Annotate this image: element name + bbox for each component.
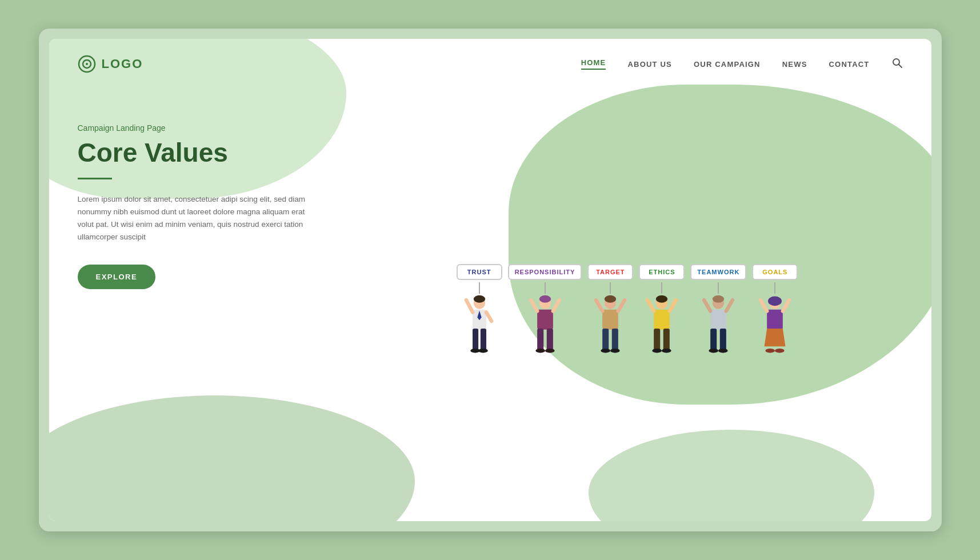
svg-line-37: [670, 300, 676, 311]
svg-point-16: [539, 295, 550, 303]
person-goals: [755, 294, 795, 362]
arm-ethics: [661, 282, 662, 294]
svg-rect-30: [612, 329, 618, 351]
logo-icon: [78, 55, 96, 73]
hero-left: Campaign Landing Page Core Values Lorem …: [78, 101, 352, 289]
svg-point-41: [662, 349, 671, 353]
svg-rect-29: [602, 329, 609, 351]
arm-goals: [774, 282, 775, 294]
svg-line-19: [553, 300, 559, 311]
person-trust: [459, 294, 499, 362]
svg-point-49: [709, 349, 719, 353]
outer-frame: LOGO HOME ABOUT US OUR CAMPAIGN NEWS CON…: [39, 29, 942, 531]
svg-point-25: [605, 295, 616, 303]
hero-right: TRUST: [352, 101, 903, 514]
person-teamwork: [698, 294, 738, 362]
svg-point-40: [653, 349, 662, 353]
nav-contact[interactable]: CONTACT: [829, 60, 870, 69]
svg-rect-12: [481, 329, 486, 351]
svg-rect-44: [710, 310, 726, 330]
svg-point-2: [86, 63, 88, 65]
hero-body: Lorem ipsum dolor sit amet, consectetuer…: [78, 193, 306, 244]
arm-trust: [479, 282, 480, 294]
svg-line-55: [783, 300, 789, 311]
arm-target: [610, 282, 611, 294]
logo-text: LOGO: [102, 57, 143, 71]
nav-home[interactable]: HOME: [581, 58, 606, 70]
svg-point-34: [656, 295, 667, 303]
svg-rect-26: [602, 310, 618, 330]
svg-line-4: [898, 64, 902, 67]
svg-rect-48: [720, 329, 726, 351]
svg-point-31: [601, 349, 611, 353]
svg-point-22: [535, 349, 545, 353]
hero-section: Campaign Landing Page Core Values Lorem …: [49, 83, 931, 514]
figures-container: TRUST: [457, 264, 798, 362]
sign-responsibility: RESPONSIBILITY: [508, 264, 582, 280]
inner-card: LOGO HOME ABOUT US OUR CAMPAIGN NEWS CON…: [49, 39, 931, 521]
svg-line-46: [726, 300, 733, 311]
svg-line-54: [761, 300, 767, 311]
svg-rect-17: [537, 310, 553, 330]
svg-marker-56: [765, 329, 786, 346]
svg-line-18: [531, 300, 537, 311]
svg-line-45: [704, 300, 710, 311]
svg-rect-20: [537, 329, 543, 351]
svg-point-6: [474, 295, 485, 303]
svg-point-57: [766, 349, 775, 353]
svg-rect-47: [710, 329, 717, 351]
svg-point-32: [610, 349, 620, 353]
sign-teamwork: TEAMWORK: [690, 264, 746, 280]
svg-rect-35: [654, 310, 670, 330]
nav-campaign[interactable]: OUR CAMPAIGN: [694, 60, 761, 69]
svg-point-50: [718, 349, 728, 353]
svg-rect-21: [546, 329, 553, 351]
svg-point-43: [713, 295, 724, 303]
svg-line-10: [486, 312, 491, 321]
person-target: [590, 294, 630, 362]
svg-line-9: [466, 300, 473, 312]
arm-teamwork: [718, 282, 719, 294]
svg-rect-11: [473, 329, 478, 351]
sign-target: TARGET: [587, 264, 633, 280]
svg-point-52: [768, 297, 782, 306]
person-responsibility: [525, 294, 565, 362]
search-icon: [891, 57, 903, 69]
svg-line-36: [647, 300, 654, 311]
svg-line-27: [596, 300, 602, 311]
nav-about[interactable]: ABOUT US: [627, 60, 672, 69]
hero-divider: [78, 178, 112, 179]
figure-ethics: ETHICS: [639, 264, 685, 362]
search-button[interactable]: [891, 57, 903, 71]
svg-rect-38: [654, 329, 660, 351]
svg-rect-39: [663, 329, 670, 351]
nav-news[interactable]: NEWS: [782, 60, 807, 69]
hero-subtitle: Campaign Landing Page: [78, 123, 352, 133]
arm-responsibility: [545, 282, 546, 294]
figure-target: TARGET: [587, 264, 633, 362]
person-ethics: [642, 294, 682, 362]
logo[interactable]: LOGO: [78, 55, 143, 73]
svg-point-14: [478, 349, 488, 353]
sign-trust: TRUST: [457, 264, 502, 280]
svg-point-23: [545, 349, 555, 353]
sign-goals: GOALS: [752, 264, 798, 280]
svg-point-58: [775, 349, 785, 353]
explore-button[interactable]: EXPLORE: [78, 265, 156, 289]
figure-trust: TRUST: [457, 264, 502, 362]
figure-goals: GOALS: [752, 264, 798, 362]
nav-links: HOME ABOUT US OUR CAMPAIGN NEWS CONTACT: [581, 57, 903, 71]
svg-line-28: [618, 300, 625, 311]
figure-responsibility: RESPONSIBILITY: [508, 264, 582, 362]
figure-teamwork: TEAMWORK: [690, 264, 746, 362]
sign-ethics: ETHICS: [639, 264, 685, 280]
svg-rect-53: [767, 310, 783, 330]
hero-title: Core Values: [78, 138, 352, 167]
navbar: LOGO HOME ABOUT US OUR CAMPAIGN NEWS CON…: [49, 39, 931, 83]
